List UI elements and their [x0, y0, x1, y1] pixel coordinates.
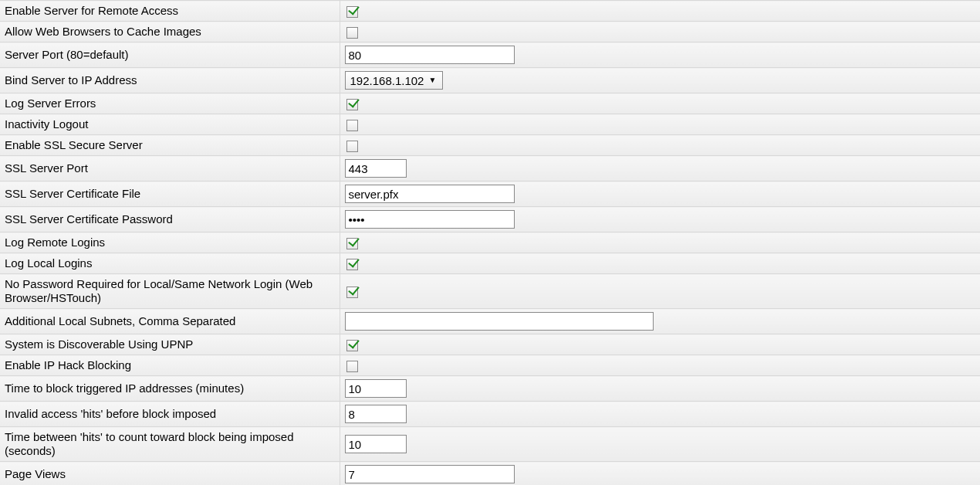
row-invalid-hits: Invalid access 'hits' before block impos…	[0, 402, 980, 427]
row-ssl-cert-password: SSL Server Certificate Password	[0, 207, 980, 232]
log-remote-checkbox[interactable]	[346, 238, 358, 249]
inactivity-logout-checkbox[interactable]	[346, 120, 358, 131]
row-cache-images: Allow Web Browsers to Cache Images	[0, 22, 980, 42]
no-password-local-checkbox[interactable]	[346, 287, 358, 298]
upnp-discoverable-checkbox[interactable]	[346, 340, 358, 351]
label-log-local: Log Local Logins	[0, 253, 340, 274]
row-inactivity-logout: Inactivity Logout	[0, 114, 980, 135]
label-ssl-port: SSL Server Port	[0, 156, 340, 181]
row-log-errors: Log Server Errors	[0, 93, 980, 114]
row-ssl-port: SSL Server Port	[0, 156, 980, 181]
row-bind-ip: Bind Server to IP Address 192.168.1.102 …	[0, 68, 980, 93]
invalid-hits-input[interactable]	[345, 405, 407, 423]
label-cache-images: Allow Web Browsers to Cache Images	[0, 22, 340, 42]
label-enable-ssl: Enable SSL Secure Server	[0, 135, 340, 156]
label-server-port: Server Port (80=default)	[0, 42, 340, 68]
bind-ip-dropdown[interactable]: 192.168.1.102 ▼	[345, 71, 444, 90]
block-time-input[interactable]	[345, 379, 407, 398]
additional-subnets-input[interactable]	[345, 312, 654, 331]
label-log-remote: Log Remote Logins	[0, 232, 340, 253]
label-enable-server: Enable Server for Remote Access	[0, 1, 340, 22]
row-enable-ssl: Enable SSL Secure Server	[0, 135, 980, 156]
log-local-checkbox[interactable]	[346, 259, 358, 270]
row-log-remote: Log Remote Logins	[0, 232, 980, 253]
enable-ssl-checkbox[interactable]	[346, 141, 358, 152]
row-additional-subnets: Additional Local Subnets, Comma Separate…	[0, 309, 980, 334]
label-hit-interval: Time between 'hits' to count toward bloc…	[0, 427, 340, 462]
row-ip-hack-blocking: Enable IP Hack Blocking	[0, 355, 980, 376]
bind-ip-value: 192.168.1.102	[350, 74, 424, 87]
label-invalid-hits: Invalid access 'hits' before block impos…	[0, 402, 340, 427]
label-additional-subnets: Additional Local Subnets, Comma Separate…	[0, 309, 340, 334]
row-no-password-local: No Password Required for Local/Same Netw…	[0, 274, 980, 309]
row-enable-server: Enable Server for Remote Access	[0, 1, 980, 22]
row-server-port: Server Port (80=default)	[0, 42, 980, 68]
row-block-time: Time to block triggered IP addresses (mi…	[0, 376, 980, 402]
cache-images-checkbox[interactable]	[346, 27, 358, 39]
row-ssl-cert-file: SSL Server Certificate File	[0, 181, 980, 207]
row-log-local: Log Local Logins	[0, 253, 980, 274]
label-no-password-local: No Password Required for Local/Same Netw…	[0, 274, 340, 309]
label-ssl-cert-file: SSL Server Certificate File	[0, 181, 340, 207]
label-log-errors: Log Server Errors	[0, 93, 340, 114]
page-views-input[interactable]	[345, 465, 515, 483]
label-ip-hack-blocking: Enable IP Hack Blocking	[0, 355, 340, 376]
ssl-port-input[interactable]	[345, 159, 407, 178]
server-port-input[interactable]	[345, 46, 515, 64]
row-upnp-discoverable: System is Discoverable Using UPNP	[0, 334, 980, 355]
label-bind-ip: Bind Server to IP Address	[0, 68, 340, 93]
label-block-time: Time to block triggered IP addresses (mi…	[0, 376, 340, 402]
settings-table: Enable Server for Remote Access Allow We…	[0, 0, 980, 485]
hit-interval-input[interactable]	[345, 435, 407, 453]
ip-hack-blocking-checkbox[interactable]	[346, 361, 358, 372]
log-errors-checkbox[interactable]	[346, 99, 358, 110]
row-hit-interval: Time between 'hits' to count toward bloc…	[0, 427, 980, 462]
ssl-cert-file-input[interactable]	[345, 185, 515, 203]
row-page-views: Page Views	[0, 462, 980, 486]
label-upnp-discoverable: System is Discoverable Using UPNP	[0, 334, 340, 355]
enable-server-checkbox[interactable]	[346, 6, 358, 18]
label-inactivity-logout: Inactivity Logout	[0, 114, 340, 135]
ssl-cert-password-input[interactable]	[345, 210, 515, 229]
label-ssl-cert-password: SSL Server Certificate Password	[0, 207, 340, 232]
chevron-down-icon: ▼	[428, 76, 436, 84]
label-page-views: Page Views	[0, 462, 340, 486]
